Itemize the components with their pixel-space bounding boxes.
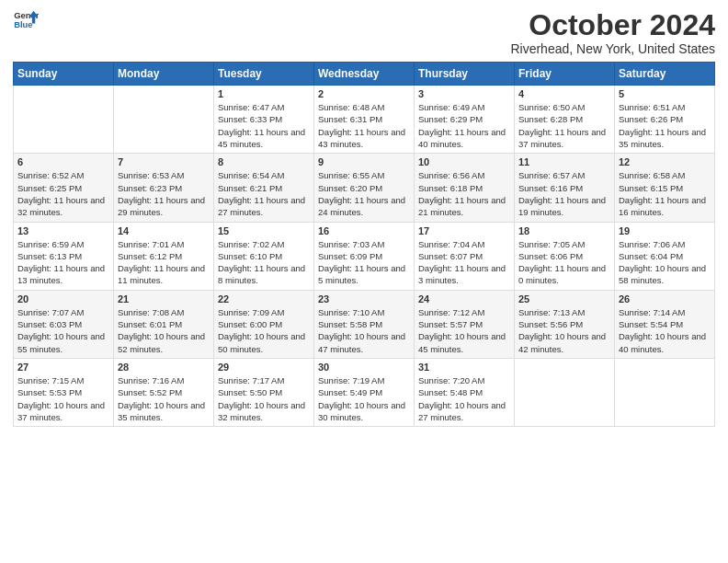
week-row-4: 20Sunrise: 7:07 AM Sunset: 6:03 PM Dayli…	[14, 290, 715, 358]
day-info: Sunrise: 7:19 AM Sunset: 5:49 PM Dayligh…	[318, 374, 410, 423]
page: General Blue October 2024 Riverhead, New…	[0, 0, 728, 563]
day-cell	[615, 358, 715, 426]
day-cell: 4Sunrise: 6:50 AM Sunset: 6:28 PM Daylig…	[515, 86, 615, 154]
weekday-tuesday: Tuesday	[214, 63, 314, 86]
day-cell	[515, 358, 615, 426]
day-number: 17	[418, 225, 510, 236]
week-row-3: 13Sunrise: 6:59 AM Sunset: 6:13 PM Dayli…	[14, 222, 715, 290]
day-cell: 28Sunrise: 7:16 AM Sunset: 5:52 PM Dayli…	[114, 358, 214, 426]
day-info: Sunrise: 6:59 AM Sunset: 6:13 PM Dayligh…	[17, 238, 109, 287]
day-info: Sunrise: 7:06 AM Sunset: 6:04 PM Dayligh…	[619, 238, 711, 287]
day-cell: 29Sunrise: 7:17 AM Sunset: 5:50 PM Dayli…	[214, 358, 314, 426]
day-number: 9	[318, 156, 410, 167]
day-cell: 13Sunrise: 6:59 AM Sunset: 6:13 PM Dayli…	[14, 222, 114, 290]
calendar: SundayMondayTuesdayWednesdayThursdayFrid…	[13, 62, 715, 427]
day-info: Sunrise: 7:09 AM Sunset: 6:00 PM Dayligh…	[218, 306, 310, 355]
week-row-1: 1Sunrise: 6:47 AM Sunset: 6:33 PM Daylig…	[14, 86, 715, 154]
day-info: Sunrise: 6:54 AM Sunset: 6:21 PM Dayligh…	[218, 169, 310, 218]
day-info: Sunrise: 7:13 AM Sunset: 5:56 PM Dayligh…	[518, 306, 610, 355]
day-cell: 9Sunrise: 6:55 AM Sunset: 6:20 PM Daylig…	[314, 154, 415, 222]
day-number: 15	[218, 225, 310, 236]
calendar-body: 1Sunrise: 6:47 AM Sunset: 6:33 PM Daylig…	[14, 86, 715, 427]
day-info: Sunrise: 6:51 AM Sunset: 6:26 PM Dayligh…	[619, 101, 711, 150]
day-cell: 20Sunrise: 7:07 AM Sunset: 6:03 PM Dayli…	[14, 290, 114, 358]
day-cell: 27Sunrise: 7:15 AM Sunset: 5:53 PM Dayli…	[14, 358, 114, 426]
day-info: Sunrise: 6:49 AM Sunset: 6:29 PM Dayligh…	[418, 101, 510, 150]
day-cell: 7Sunrise: 6:53 AM Sunset: 6:23 PM Daylig…	[114, 154, 214, 222]
day-info: Sunrise: 6:48 AM Sunset: 6:31 PM Dayligh…	[318, 101, 410, 150]
day-number: 26	[619, 293, 711, 304]
day-number: 29	[218, 362, 310, 373]
day-cell: 22Sunrise: 7:09 AM Sunset: 6:00 PM Dayli…	[214, 290, 314, 358]
day-cell: 10Sunrise: 6:56 AM Sunset: 6:18 PM Dayli…	[415, 154, 515, 222]
day-number: 23	[318, 293, 410, 304]
weekday-saturday: Saturday	[615, 63, 715, 86]
week-row-5: 27Sunrise: 7:15 AM Sunset: 5:53 PM Dayli…	[14, 358, 715, 426]
day-info: Sunrise: 7:01 AM Sunset: 6:12 PM Dayligh…	[118, 238, 210, 287]
day-cell: 6Sunrise: 6:52 AM Sunset: 6:25 PM Daylig…	[14, 154, 114, 222]
day-info: Sunrise: 7:04 AM Sunset: 6:07 PM Dayligh…	[418, 238, 510, 287]
day-number: 10	[418, 156, 510, 167]
weekday-sunday: Sunday	[14, 63, 114, 86]
day-number: 11	[518, 156, 610, 167]
day-cell: 31Sunrise: 7:20 AM Sunset: 5:48 PM Dayli…	[415, 358, 515, 426]
title-block: October 2024 Riverhead, New York, United…	[510, 9, 715, 56]
day-number: 7	[118, 156, 210, 167]
day-number: 30	[318, 362, 410, 373]
day-cell: 21Sunrise: 7:08 AM Sunset: 6:01 PM Dayli…	[114, 290, 214, 358]
day-cell	[14, 86, 114, 154]
day-number: 20	[17, 293, 109, 304]
day-number: 24	[418, 293, 510, 304]
day-number: 2	[318, 88, 410, 99]
day-number: 1	[218, 88, 310, 99]
day-number: 14	[118, 225, 210, 236]
day-info: Sunrise: 6:55 AM Sunset: 6:20 PM Dayligh…	[318, 169, 410, 218]
day-number: 27	[17, 362, 109, 373]
day-cell: 30Sunrise: 7:19 AM Sunset: 5:49 PM Dayli…	[314, 358, 415, 426]
week-row-2: 6Sunrise: 6:52 AM Sunset: 6:25 PM Daylig…	[14, 154, 715, 222]
day-cell: 14Sunrise: 7:01 AM Sunset: 6:12 PM Dayli…	[114, 222, 214, 290]
day-cell	[114, 86, 214, 154]
day-info: Sunrise: 6:56 AM Sunset: 6:18 PM Dayligh…	[418, 169, 510, 218]
day-info: Sunrise: 6:52 AM Sunset: 6:25 PM Dayligh…	[17, 169, 109, 218]
day-number: 6	[17, 156, 109, 167]
day-cell: 2Sunrise: 6:48 AM Sunset: 6:31 PM Daylig…	[314, 86, 415, 154]
day-info: Sunrise: 6:50 AM Sunset: 6:28 PM Dayligh…	[518, 101, 610, 150]
day-cell: 25Sunrise: 7:13 AM Sunset: 5:56 PM Dayli…	[515, 290, 615, 358]
day-info: Sunrise: 7:03 AM Sunset: 6:09 PM Dayligh…	[318, 238, 410, 287]
day-cell: 18Sunrise: 7:05 AM Sunset: 6:06 PM Dayli…	[515, 222, 615, 290]
location: Riverhead, New York, United States	[510, 41, 715, 56]
day-number: 3	[418, 88, 510, 99]
day-info: Sunrise: 7:05 AM Sunset: 6:06 PM Dayligh…	[518, 238, 610, 287]
month-title: October 2024	[510, 9, 715, 41]
day-number: 22	[218, 293, 310, 304]
day-info: Sunrise: 6:47 AM Sunset: 6:33 PM Dayligh…	[218, 101, 310, 150]
day-number: 21	[118, 293, 210, 304]
weekday-wednesday: Wednesday	[314, 63, 415, 86]
day-number: 28	[118, 362, 210, 373]
day-cell: 24Sunrise: 7:12 AM Sunset: 5:57 PM Dayli…	[415, 290, 515, 358]
weekday-thursday: Thursday	[415, 63, 515, 86]
day-cell: 8Sunrise: 6:54 AM Sunset: 6:21 PM Daylig…	[214, 154, 314, 222]
day-cell: 3Sunrise: 6:49 AM Sunset: 6:29 PM Daylig…	[415, 86, 515, 154]
svg-text:Blue: Blue	[14, 19, 32, 29]
day-number: 18	[518, 225, 610, 236]
day-number: 19	[619, 225, 711, 236]
day-cell: 11Sunrise: 6:57 AM Sunset: 6:16 PM Dayli…	[515, 154, 615, 222]
weekday-header-row: SundayMondayTuesdayWednesdayThursdayFrid…	[14, 63, 715, 86]
day-cell: 12Sunrise: 6:58 AM Sunset: 6:15 PM Dayli…	[615, 154, 715, 222]
day-number: 12	[619, 156, 711, 167]
day-info: Sunrise: 7:12 AM Sunset: 5:57 PM Dayligh…	[418, 306, 510, 355]
day-cell: 19Sunrise: 7:06 AM Sunset: 6:04 PM Dayli…	[615, 222, 715, 290]
day-number: 13	[17, 225, 109, 236]
day-number: 8	[218, 156, 310, 167]
day-info: Sunrise: 7:15 AM Sunset: 5:53 PM Dayligh…	[17, 374, 109, 423]
logo: General Blue	[13, 9, 39, 31]
header: General Blue October 2024 Riverhead, New…	[13, 9, 715, 56]
day-number: 31	[418, 362, 510, 373]
day-info: Sunrise: 7:17 AM Sunset: 5:50 PM Dayligh…	[218, 374, 310, 423]
day-number: 25	[518, 293, 610, 304]
day-info: Sunrise: 7:20 AM Sunset: 5:48 PM Dayligh…	[418, 374, 510, 423]
day-info: Sunrise: 7:16 AM Sunset: 5:52 PM Dayligh…	[118, 374, 210, 423]
day-info: Sunrise: 6:57 AM Sunset: 6:16 PM Dayligh…	[518, 169, 610, 218]
